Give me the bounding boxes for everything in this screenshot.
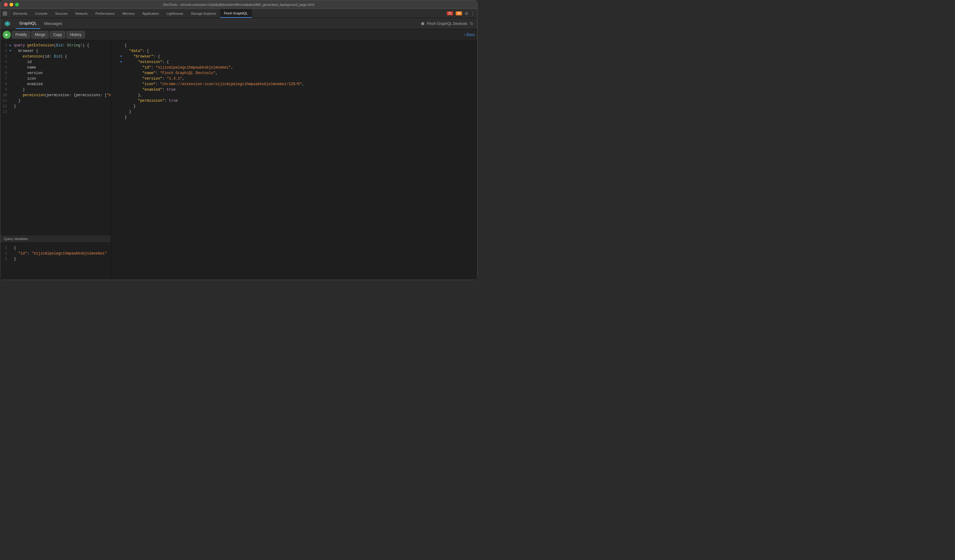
main-content: 1 ▶ query getExtension($id: String!) { 2…: [0, 40, 477, 280]
tab-lighthouse[interactable]: Lighthouse: [163, 9, 187, 18]
resp-line-11: "permission": true: [111, 98, 477, 104]
variables-header: Query Variables: [0, 235, 111, 243]
query-line-6: 6 version: [0, 70, 111, 76]
settings-icon[interactable]: ⚙: [465, 11, 468, 16]
resp-line-8: "icon": "chrome://extension-icon/oijicml…: [111, 81, 477, 87]
docs-link[interactable]: ‹ Docs: [464, 33, 475, 37]
error-badge: 31: [447, 11, 453, 16]
plugin-tab-graphiql[interactable]: GraphiQL: [16, 18, 40, 29]
toolbar: ▶ Prettify Merge Copy History ‹ Docs: [0, 29, 477, 40]
query-line-1: 1 ▶ query getExtension($id: String!) {: [0, 43, 111, 48]
right-panel[interactable]: { "data": { ▼ "browser": { ▼: [111, 40, 477, 280]
query-line-11: 11 }: [0, 98, 111, 104]
tab-memory[interactable]: Memory: [119, 9, 139, 18]
titlebar: DevTools - chrome-extension://cljaifpdjh…: [0, 0, 477, 9]
resp-line-2: "data": {: [111, 48, 477, 54]
more-options-icon[interactable]: ⋮: [471, 11, 475, 16]
resp-line-5: "id": "oijicmlpelegcihmpaabkobjolmoebei"…: [111, 65, 477, 70]
devtools-window: DevTools - chrome-extension://cljaifpdjh…: [0, 0, 478, 280]
plugin-logo: [4, 20, 11, 27]
chevron-left-icon: ‹: [464, 33, 465, 37]
devtools-tabs: Elements Console Sources Network Perform…: [9, 9, 444, 18]
var-line-2: 2 "id": "oijicmlpelegcihmpaabkobjolmoebe…: [0, 251, 111, 256]
resp-line-9: "enabled": true: [111, 87, 477, 92]
devtools-tabbar: Elements Console Sources Network Perform…: [0, 9, 477, 18]
resp-line-3: ▼ "browser": {: [111, 54, 477, 59]
devtools-right-toolbar: 31 34 ⚙ ⋮: [444, 9, 477, 18]
plugin-tab-messages[interactable]: Messages: [40, 18, 66, 29]
resp-line-6: "name": "Finch GraphiQL Devtools",: [111, 70, 477, 76]
tab-storage-explorer[interactable]: Storage Explorer: [187, 9, 220, 18]
tab-performance[interactable]: Performance: [92, 9, 119, 18]
query-line-9: 9 }: [0, 87, 111, 92]
query-line-3: 3 extension(id: $id) {: [0, 54, 111, 59]
tab-finch-graphiql[interactable]: Finch GraphiQL: [220, 9, 252, 18]
inspect-button[interactable]: [0, 9, 9, 18]
docs-label: Docs: [467, 33, 475, 37]
prettify-button[interactable]: Prettify: [12, 31, 30, 38]
tab-console[interactable]: Console: [31, 9, 52, 18]
resp-line-1: {: [111, 43, 477, 48]
query-line-13: 13: [0, 109, 111, 115]
copy-button[interactable]: Copy: [50, 31, 65, 38]
query-line-8: 8 enabled: [0, 81, 111, 87]
svg-rect-2: [3, 14, 5, 16]
tab-elements[interactable]: Elements: [9, 9, 31, 18]
history-button[interactable]: History: [66, 31, 85, 38]
query-line-2: 2 ▼ browser {: [0, 48, 111, 54]
plugin-header: GraphiQL Messages Finch GraphQL Devtools…: [0, 18, 477, 29]
tab-sources[interactable]: Sources: [52, 9, 71, 18]
refresh-button[interactable]: ↻: [470, 21, 473, 26]
resp-line-12: }: [111, 104, 477, 109]
close-button[interactable]: [4, 3, 8, 6]
run-button[interactable]: ▶: [3, 31, 11, 39]
connection-indicator: [421, 22, 424, 25]
maximize-button[interactable]: [15, 3, 19, 6]
left-panel: 1 ▶ query getExtension($id: String!) { 2…: [0, 40, 111, 280]
query-line-10: 10 permission(permission: {permissions: …: [0, 92, 111, 98]
resp-line-14: }: [111, 115, 477, 120]
variables-panel: Query Variables 1 { 2 "id": "oijicml: [0, 235, 111, 280]
query-line-5: 5 name: [0, 65, 111, 70]
query-editor[interactable]: 1 ▶ query getExtension($id: String!) { 2…: [0, 40, 111, 235]
svg-rect-1: [5, 12, 7, 13]
plugin-nav-tabs: GraphiQL Messages: [16, 18, 66, 29]
var-line-1: 1 {: [0, 245, 111, 251]
editor-row: 1 ▶ query getExtension($id: String!) { 2…: [0, 40, 477, 280]
svg-rect-3: [5, 14, 7, 16]
var-line-3: 3 }: [0, 256, 111, 262]
resp-line-7: "version": "1.4.1",: [111, 76, 477, 81]
merge-button[interactable]: Merge: [31, 31, 49, 38]
warn-badge: 34: [456, 11, 462, 16]
connection-label: Finch GraphQL Devtools: [427, 22, 467, 26]
resp-line-4: ▼ "extension": {: [111, 59, 477, 65]
svg-rect-0: [3, 12, 5, 13]
resp-line-10: },: [111, 92, 477, 98]
plugin-header-right: Finch GraphQL Devtools ↻: [421, 21, 473, 26]
variables-editor[interactable]: 1 { 2 "id": "oijicmlpelegcihmpaabkobjolm…: [0, 243, 111, 280]
resp-line-13: }: [111, 109, 477, 115]
tab-application[interactable]: Application: [139, 9, 163, 18]
tab-network[interactable]: Network: [72, 9, 92, 18]
query-line-7: 7 icon: [0, 76, 111, 81]
traffic-lights: [4, 3, 19, 6]
window-title: DevTools - chrome-extension://cljaifpdjh…: [163, 3, 314, 6]
svg-point-6: [6, 23, 8, 25]
query-line-4: 4 id: [0, 59, 111, 65]
minimize-button[interactable]: [9, 3, 13, 6]
query-line-12: 12 }: [0, 104, 111, 109]
